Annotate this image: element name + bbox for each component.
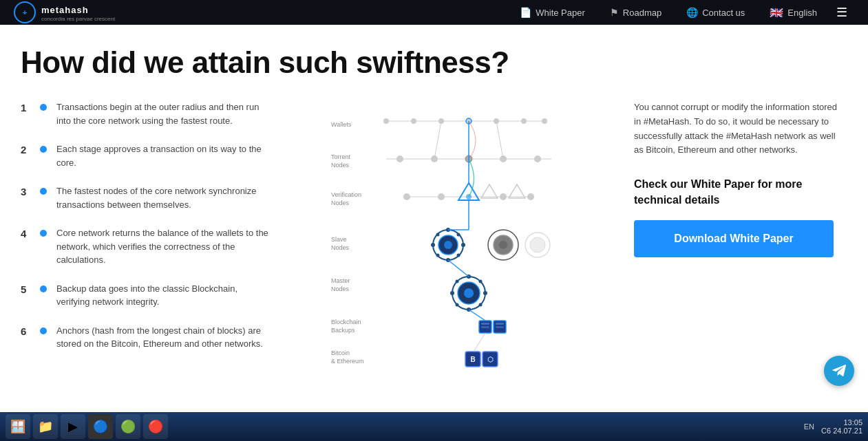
step-text-3: The fastest nodes of the core network sy… [56, 184, 268, 211]
step-number-1: 1 [21, 102, 30, 114]
svg-point-32 [438, 193, 445, 200]
nav-whitepaper[interactable]: 📄 White Paper [507, 0, 597, 25]
nav-links: 📄 White Paper ⚑ Roadmap 🌐 Contact us 🇬🇧 … [507, 0, 854, 25]
flag-en-icon: 🇬🇧 [770, 6, 783, 19]
svg-text:Backups: Backups [331, 327, 355, 334]
download-white-paper-button[interactable]: Download White Paper [634, 220, 834, 257]
svg-point-46 [461, 243, 465, 247]
diagram-area: Wallets Torrent Nodes Verification Nodes… [282, 100, 613, 376]
step-number-3: 3 [21, 186, 30, 197]
logo-icon: + [14, 1, 36, 23]
telegram-icon [831, 363, 847, 379]
step-dot-3 [40, 188, 47, 195]
svg-point-68 [455, 303, 458, 307]
steps-list: 1 Transactions begin at the outer radius… [21, 100, 268, 351]
content-grid: 1 Transactions begin at the outer radius… [21, 100, 847, 376]
white-paper-section: Check our White Paper for more technical… [634, 177, 840, 257]
svg-rect-75 [496, 326, 504, 328]
step-item-3: 3 The fastest nodes of the core network … [21, 184, 268, 211]
svg-point-49 [456, 233, 460, 237]
hamburger-button[interactable]: ☰ [829, 5, 854, 20]
main-content: How did we attain such swiftness? 1 Tran… [0, 25, 868, 389]
svg-point-60 [464, 288, 474, 298]
step-number-4: 4 [21, 228, 30, 239]
step-number-5: 5 [21, 283, 30, 295]
step-text-6: Anchors (hash from the longest chain of … [56, 324, 268, 351]
logo-symbol: + [23, 8, 27, 17]
nav-contact-label: Contact us [702, 8, 745, 18]
step-text-4: Core network returns the balance of the … [56, 226, 268, 267]
svg-line-29 [496, 121, 503, 159]
svg-text:Master: Master [331, 277, 350, 284]
step-dot-2 [40, 146, 47, 153]
svg-marker-36 [509, 184, 525, 198]
step-dot-6 [40, 327, 47, 334]
nav-roadmap-label: Roadmap [623, 8, 661, 18]
nav-language[interactable]: 🇬🇧 English [757, 0, 829, 25]
svg-text:Bitcoin: Bitcoin [331, 349, 350, 356]
svg-point-47 [436, 233, 439, 237]
svg-text:Nodes: Nodes [331, 286, 350, 292]
svg-point-53 [499, 241, 507, 249]
svg-line-69 [448, 260, 469, 277]
flag-icon: ⚑ [610, 7, 619, 18]
step-dot-4 [40, 230, 47, 237]
step-item-6: 6 Anchors (hash from the longest chain o… [21, 324, 268, 351]
nav-contact[interactable]: 🌐 Contact us [674, 0, 757, 25]
svg-text:& Ethereum: & Ethereum [331, 358, 364, 365]
nav-language-label: English [787, 8, 817, 18]
pdf-icon: 📄 [520, 7, 531, 18]
nav-whitepaper-label: White Paper [536, 8, 585, 18]
step-number-2: 2 [21, 144, 30, 155]
telegram-button[interactable] [824, 356, 854, 386]
svg-point-15 [411, 118, 416, 124]
svg-text:B: B [470, 356, 475, 363]
page-title: How did we attain such swiftness? [21, 45, 847, 80]
svg-text:Nodes: Nodes [331, 244, 350, 251]
svg-point-48 [456, 254, 460, 257]
svg-text:⬡: ⬡ [487, 356, 493, 363]
step-item-2: 2 Each stage approves a transaction on i… [21, 142, 268, 169]
svg-point-38 [527, 193, 534, 200]
svg-point-45 [431, 243, 435, 247]
svg-line-81 [474, 333, 485, 352]
svg-text:Torrent: Torrent [331, 153, 351, 160]
svg-text:Slave: Slave [331, 236, 347, 243]
svg-marker-37 [481, 184, 498, 198]
svg-text:Blockchain: Blockchain [331, 319, 361, 325]
svg-point-64 [483, 291, 487, 295]
svg-point-55 [530, 237, 545, 252]
svg-point-31 [403, 193, 410, 200]
svg-point-20 [542, 118, 547, 124]
svg-text:Wallets: Wallets [331, 121, 352, 128]
step-text-1: Transactions begin at the outer radius a… [56, 100, 268, 127]
svg-rect-73 [481, 326, 489, 328]
svg-point-66 [478, 303, 482, 307]
logo-sub: concordia res parvae crescent [41, 16, 115, 22]
step-item-1: 1 Transactions begin at the outer radius… [21, 100, 268, 127]
logo[interactable]: + metahash concordia res parvae crescent [14, 1, 115, 23]
svg-rect-74 [496, 323, 504, 325]
globe-icon: 🌐 [686, 7, 698, 18]
steps-column: 1 Transactions begin at the outer radius… [21, 100, 268, 366]
svg-line-28 [434, 121, 441, 159]
svg-line-76 [469, 310, 485, 321]
svg-text:Verification: Verification [331, 191, 361, 198]
step-item-4: 4 Core network returns the balance of th… [21, 226, 268, 267]
step-dot-5 [40, 286, 47, 292]
svg-point-65 [455, 280, 458, 283]
nav-roadmap[interactable]: ⚑ Roadmap [597, 0, 674, 25]
wp-heading: Check our White Paper for more technical… [634, 177, 840, 208]
security-text: You cannot corrupt or modify the informa… [634, 100, 840, 158]
svg-point-67 [478, 280, 482, 283]
svg-point-63 [450, 291, 454, 295]
svg-text:Nodes: Nodes [331, 200, 350, 206]
network-diagram: Wallets Torrent Nodes Verification Nodes… [331, 107, 565, 369]
right-column: You cannot corrupt or modify the informa… [627, 100, 847, 257]
step-text-2: Each stage approves a transaction on its… [56, 142, 268, 169]
svg-text:Nodes: Nodes [331, 162, 350, 169]
logo-text-group: metahash concordia res parvae crescent [41, 3, 115, 22]
logo-name: metahash [41, 5, 89, 15]
svg-point-14 [383, 118, 389, 124]
svg-point-35 [500, 193, 507, 200]
